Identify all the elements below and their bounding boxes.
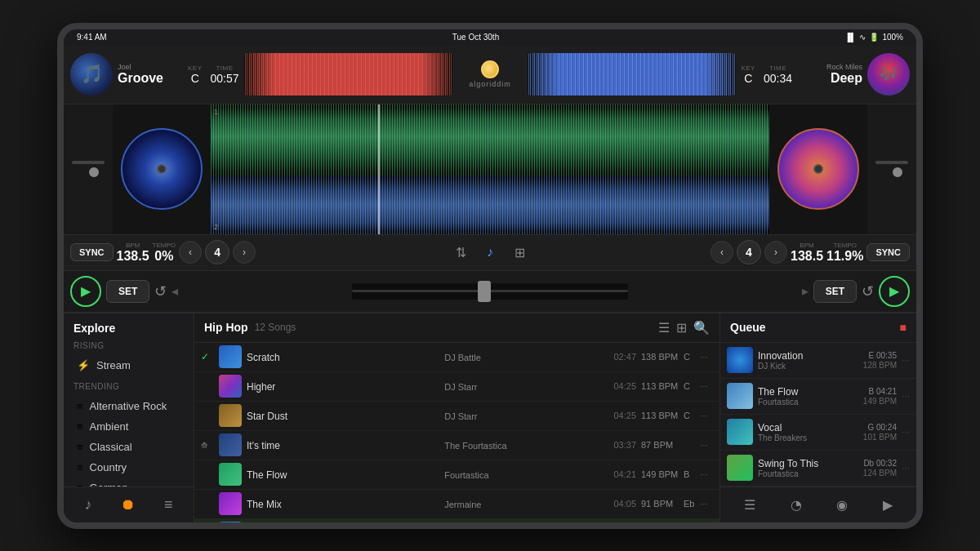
queue-more-button[interactable]: ··· — [902, 354, 910, 366]
loop-num-left[interactable]: 4 — [205, 240, 229, 264]
sidebar-item-ambient[interactable]: ≡ Ambient — [74, 416, 184, 437]
turntable-disc-left[interactable] — [121, 128, 203, 210]
turntable-disc-right[interactable] — [777, 128, 859, 210]
rising-section-label: Rising — [74, 341, 184, 350]
deck-left-title: Groove — [118, 71, 183, 86]
sync-button-right[interactable]: SYNC — [866, 243, 910, 261]
track-table: ✓ Scratch DJ Battle 02:47 138 BPM C ··· … — [194, 343, 719, 522]
track-more-button[interactable]: ··· — [700, 498, 713, 509]
track-row[interactable]: The Flow Fourtastica 04:21 149 BPM B ··· — [194, 460, 719, 490]
tempo-value-right: 11.9% — [826, 249, 863, 264]
track-row[interactable]: Star Dust DJ Starr 04:25 113 BPM C ··· — [194, 402, 719, 431]
library-icon[interactable]: ≡ — [164, 496, 173, 513]
controls-left: SYNC BPM 138.5 TEMPO 0% ‹ 4 › — [70, 240, 443, 264]
track-name-col: Scratch — [247, 349, 439, 364]
bpm-value-right: 138.5 — [791, 249, 823, 264]
right-controls-mini — [867, 104, 916, 234]
sidebar-item-classical[interactable]: ≡ Classical — [74, 437, 184, 457]
mixer-icon[interactable]: ⇅ — [448, 240, 473, 264]
nav-next-left[interactable]: › — [233, 241, 256, 264]
queue-more-button[interactable]: ··· — [902, 426, 910, 438]
deck-right-album-art[interactable]: 🎶 — [867, 53, 910, 96]
logo-text: algoriddim — [469, 80, 511, 88]
bpm-block-right: BPM 138.5 — [791, 242, 823, 264]
queue-track-name: Innovation — [758, 350, 858, 362]
controls-center: ⇅ ♪ ⊞ — [448, 240, 532, 264]
queue-play-icon[interactable]: ▶ — [883, 497, 893, 513]
sync-button-left[interactable]: SYNC — [70, 243, 114, 261]
turntable-left[interactable] — [113, 104, 211, 234]
crossfader-handle[interactable] — [478, 281, 491, 302]
set-button-right[interactable]: SET — [813, 280, 857, 303]
loop-icon-left[interactable]: ↺ — [154, 282, 167, 300]
queue-list-icon[interactable]: ☰ — [744, 497, 755, 513]
grid-icon[interactable]: ⊞ — [507, 240, 532, 264]
queue-item[interactable]: Innovation DJ Kick E 00:35 128 BPM ··· — [720, 343, 916, 379]
track-more-button[interactable]: ··· — [700, 410, 713, 421]
loop-num-right[interactable]: 4 — [737, 240, 761, 264]
track-row[interactable]: ✓ Scratch DJ Battle 02:47 138 BPM C ··· — [194, 343, 719, 372]
track-row[interactable]: Higher DJ Starr 04:25 113 BPM C ··· — [194, 372, 719, 402]
queue-key: Db 00:32 — [863, 459, 897, 468]
track-more-button[interactable]: ··· — [700, 351, 713, 362]
play-button-left[interactable]: ▶ — [70, 276, 101, 307]
sidebar-item-label-stream: Stream — [96, 359, 131, 371]
track-row[interactable]: ♪ Groove Joel 02:47 138 BPM C ··· — [194, 519, 719, 522]
queue-more-button[interactable]: ··· — [902, 462, 910, 473]
track-more-button[interactable]: ··· — [700, 469, 713, 480]
wifi-icon: ∿ — [859, 33, 866, 42]
right-slider-handle[interactable] — [893, 167, 902, 177]
track-row[interactable]: ⟰ It's time The Fourtastica 03:37 87 BPM… — [194, 431, 719, 460]
queue-artist: DJ Kick — [758, 362, 858, 371]
stream-icon: ⚡ — [77, 359, 90, 371]
crossfader-dot[interactable] — [481, 60, 499, 78]
nav-next-right[interactable]: › — [764, 241, 787, 264]
track-more-button[interactable]: ··· — [700, 380, 713, 392]
track-duration: 04:05 — [610, 499, 636, 509]
nav-prev-right[interactable]: ‹ — [710, 241, 733, 264]
tempo-block-right: TEMPO 11.9% — [826, 242, 863, 264]
music-note-icon[interactable]: ♪ — [478, 240, 502, 264]
sidebar-item-stream[interactable]: ⚡ Stream — [74, 355, 184, 375]
search-icon[interactable]: 🔍 — [693, 320, 710, 335]
transport-arrow-left[interactable]: ◂ — [172, 283, 178, 299]
queue-item[interactable]: Vocal The Breakers G 00:24 101 BPM ··· — [720, 415, 916, 451]
sidebar-item-country[interactable]: ≡ Country — [74, 457, 184, 478]
track-name: Higher — [247, 381, 275, 393]
transport-arrow-right[interactable]: ▸ — [802, 283, 808, 299]
track-more-button[interactable]: ··· — [700, 439, 713, 451]
left-mini-slider[interactable] — [72, 161, 105, 164]
play-button-right[interactable]: ▶ — [879, 276, 910, 307]
record-icon[interactable]: ⏺ — [121, 496, 136, 513]
sidebar-item-german[interactable]: ≡ German — [74, 478, 184, 487]
deck-left-key-time: KEY C TIME 00:57 — [188, 64, 239, 85]
queue-clock-icon[interactable]: ◔ — [791, 497, 802, 513]
queue-more-button[interactable]: ··· — [902, 390, 910, 402]
left-slider-handle[interactable] — [89, 167, 99, 177]
turntable-right[interactable] — [769, 104, 867, 234]
deck-left-album-art[interactable]: 🎵 — [70, 53, 113, 96]
queue-meta: B 04:21 149 BPM — [863, 387, 897, 406]
grid-view-icon[interactable]: ⊞ — [676, 320, 687, 335]
queue-item[interactable]: Swing To This Fourtastica Db 00:32 124 B… — [720, 451, 916, 487]
deck-right-waveform — [528, 53, 736, 96]
trending-icon-altrock: ≡ — [77, 400, 83, 412]
list-icon[interactable]: ☰ — [658, 320, 670, 335]
waveform-track2 — [211, 176, 769, 234]
sidebar-item-alternative-rock[interactable]: ≡ Alternative Rock — [74, 396, 184, 416]
playlist-icon[interactable]: ♪ — [85, 496, 92, 513]
track-row[interactable]: The Mix Jermaine 04:05 91 BPM Eb ··· — [194, 490, 719, 519]
header-icons: ☰ ⊞ 🔍 — [658, 320, 710, 335]
crossfader-bar[interactable] — [352, 283, 627, 300]
track-bpm: 87 BPM — [641, 440, 679, 450]
queue-item[interactable]: The Flow Fourtastica B 04:21 149 BPM ··· — [720, 379, 916, 415]
loop-icon-right[interactable]: ↺ — [862, 282, 874, 300]
queue-circle-icon[interactable]: ◉ — [836, 497, 848, 513]
set-button-left[interactable]: SET — [106, 280, 149, 303]
queue-key: G 00:24 — [867, 423, 897, 432]
queue-thumbnail — [727, 419, 753, 445]
right-mini-slider[interactable] — [875, 161, 908, 164]
sidebar-label-ambient: Ambient — [90, 420, 129, 433]
nav-prev-left[interactable]: ‹ — [179, 241, 202, 264]
track-artist: Fourtastica — [444, 470, 488, 480]
